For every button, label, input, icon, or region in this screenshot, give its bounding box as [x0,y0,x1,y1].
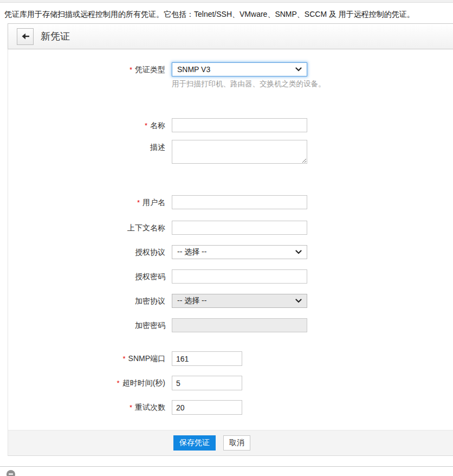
context-name-input[interactable] [172,221,307,235]
name-input[interactable] [172,118,307,132]
retry-count-input[interactable] [172,400,242,415]
page-title: 新凭证 [41,30,70,43]
required-marker: * [137,198,140,207]
credential-type-label: *凭证类型 [8,62,165,77]
snmp-port-label: *SNMP端口 [8,351,165,366]
field-row-description: 描述 [8,140,453,164]
back-button[interactable] [17,28,34,45]
auth-protocol-label: 授权协议 [8,245,165,259]
encryption-protocol-label: 加密协议 [8,294,165,308]
description-label: 描述 [8,140,165,154]
encryption-password-input [172,318,307,332]
chevron-down-icon [295,67,302,72]
encryption-protocol-select[interactable]: -- 选择 -- [172,294,307,308]
field-row-auth-protocol: 授权协议 -- 选择 -- [8,245,453,259]
field-row-auth-password: 授权密码 [8,269,453,284]
lock-icon [7,470,15,476]
timeout-label: *超时时间(秒) [8,376,165,390]
save-button[interactable]: 保存凭证 [173,435,216,451]
name-label: *名称 [8,118,165,133]
field-row-name: *名称 [8,118,453,133]
arrow-left-icon [21,33,30,40]
auth-protocol-selected-value: -- 选择 -- [177,247,206,257]
credential-type-help: 用于扫描打印机、路由器、交换机之类的设备。 [172,79,326,89]
field-row-retry-count: *重试次数 [8,400,453,415]
intro-text: 凭证库用于存储扫描或远程控制用的所有凭证。它包括：Telnet/SSH、VMwa… [4,9,449,20]
field-row-context-name: 上下文名称 [8,221,453,235]
field-row-snmp-port: *SNMP端口 [8,351,453,366]
cancel-button[interactable]: 取消 [223,435,250,451]
field-row-username: *用户名 [8,195,453,210]
username-label: *用户名 [8,195,165,210]
auth-protocol-select[interactable]: -- 选择 -- [172,245,307,259]
credential-type-selected-value: SNMP V3 [177,65,210,74]
chevron-down-icon [295,299,302,303]
auth-password-label: 授权密码 [8,269,165,284]
chevron-down-icon [295,250,302,254]
bottom-divider [0,466,453,467]
credential-type-select[interactable]: SNMP V3 [172,62,307,76]
required-marker: * [122,355,125,363]
top-strip [0,0,453,3]
required-marker: * [130,403,132,411]
field-row-encryption-password: 加密密码 [8,318,453,332]
context-name-label: 上下文名称 [8,221,165,235]
encryption-protocol-selected-value: -- 选择 -- [177,296,206,306]
username-input[interactable] [172,195,307,209]
required-marker: * [117,379,120,387]
auth-password-input[interactable] [172,269,307,284]
encryption-password-label: 加密密码 [8,318,165,332]
field-row-credential-type: *凭证类型 SNMP V3 用于扫描打印机、路由器、交换机之类的设备。 [8,62,453,89]
page-header: 新凭证 [8,23,453,49]
timeout-input[interactable] [172,376,242,390]
snmp-port-input[interactable] [172,351,242,366]
field-row-encryption-protocol: 加密协议 -- 选择 -- [8,294,453,308]
retry-count-label: *重试次数 [8,400,165,415]
form-actions: 保存凭证 取消 [8,430,453,456]
credential-form: *凭证类型 SNMP V3 用于扫描打印机、路由器、交换机之类的设备。 *名称 … [8,49,453,430]
field-row-timeout: *超时时间(秒) [8,376,453,390]
required-marker: * [130,66,132,74]
required-marker: * [145,121,147,130]
description-textarea[interactable] [172,140,307,164]
